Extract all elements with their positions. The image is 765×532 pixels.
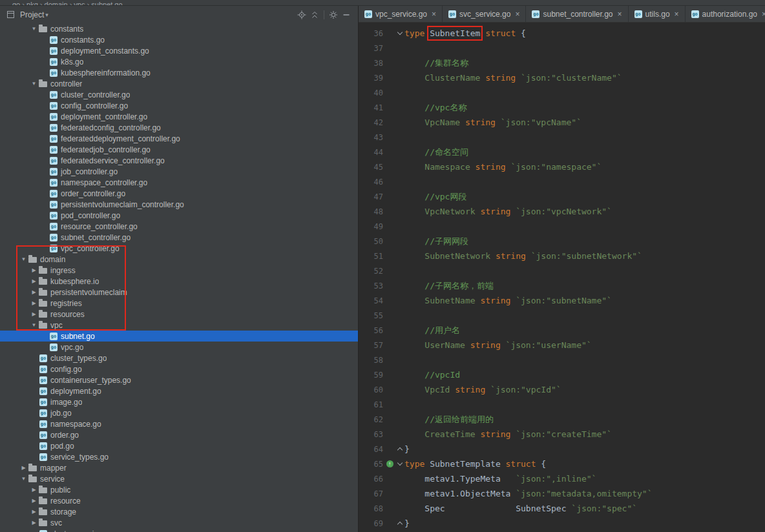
chevron-down-icon[interactable]: ▼: [30, 26, 38, 32]
code-line[interactable]: 51 SubnetNetwork string `json:"subnetNet…: [359, 249, 765, 263]
tab-vpc-service-go[interactable]: govpc_service.go×: [359, 6, 443, 22]
tree-item-job-controller-go[interactable]: gojob_controller.go: [0, 166, 358, 177]
tree-item-resource[interactable]: ▶resource: [0, 495, 358, 506]
tree-item-cluster-types-go[interactable]: gocluster_types.go: [0, 353, 358, 363]
code-line[interactable]: 39 ClusterName string `json:"clusterName…: [359, 70, 765, 85]
code-line[interactable]: 49: [359, 219, 765, 234]
code-line[interactable]: 40: [359, 85, 765, 100]
fold-close-icon[interactable]: [395, 520, 404, 526]
code-line[interactable]: 43: [359, 130, 765, 145]
code-line[interactable]: 54 SubnetName string `json:"subnetName"`: [359, 293, 765, 308]
code-line[interactable]: 56 //用户名: [359, 323, 765, 338]
fold-open-icon[interactable]: [395, 463, 404, 465]
tree-item-federatedconfig-controller-go[interactable]: gofederatedconfig_controller.go: [0, 122, 358, 133]
chevron-right-icon[interactable]: ▶: [30, 498, 38, 504]
tree-item-persistentvolumeclaim-controller-go[interactable]: gopersistentvolumeclaim_controller.go: [0, 199, 358, 210]
tree-item-deployment-go[interactable]: godeployment.go: [0, 385, 358, 396]
code-line[interactable]: 45 Namespace string `json:"namespace"`: [359, 159, 765, 174]
tree-item-cluster-controller-go[interactable]: gocluster_controller.go: [0, 89, 358, 100]
tree-item-order-go[interactable]: goorder.go: [0, 429, 358, 440]
tree-item-k8s-go[interactable]: gok8s.go: [0, 56, 358, 67]
code-line[interactable]: 65↑type SubnetTemplate struct {: [359, 456, 765, 471]
tree-item-domain[interactable]: ▼domain: [0, 254, 358, 265]
tree-item-image-go[interactable]: goimage.go: [0, 396, 358, 407]
tree-item-federatedservice-controller-go[interactable]: gofederatedservice_controller.go: [0, 155, 358, 166]
code-line[interactable]: 36type SubnetItem struct {: [359, 26, 765, 41]
tree-item-service[interactable]: ▼service: [0, 473, 358, 484]
code-line[interactable]: 67 metav1.ObjectMeta `json:"metadata,omi…: [359, 486, 765, 501]
chevron-down-icon[interactable]: ▼: [30, 322, 38, 328]
code-editor[interactable]: 36type SubnetItem struct {3738 //集群名称39 …: [359, 23, 765, 532]
tree-item-registries[interactable]: ▶registries: [0, 298, 358, 309]
tree-item-resources[interactable]: ▶resources: [0, 309, 358, 320]
code-line[interactable]: 48 VpcNetwork string `json:"vpcNetwork"`: [359, 204, 765, 219]
code-line[interactable]: 46: [359, 174, 765, 189]
chevron-right-icon[interactable]: ▶: [30, 311, 38, 317]
code-line[interactable]: 55: [359, 308, 765, 323]
code-line[interactable]: 69}: [359, 516, 765, 531]
chevron-right-icon[interactable]: ▶: [30, 509, 38, 515]
settings-gear-icon[interactable]: [327, 8, 340, 21]
tab-authorization-go[interactable]: goauthorization.go×: [686, 6, 765, 22]
tree-item-federatedjob-controller-go[interactable]: gofederatedjob_controller.go: [0, 144, 358, 155]
tree-item-ingress[interactable]: ▶ingress: [0, 265, 358, 276]
close-tab-icon[interactable]: ×: [762, 10, 765, 19]
tree-item-cluster-service-go[interactable]: gocluster_service.go: [0, 528, 358, 532]
code-line[interactable]: 37: [359, 41, 765, 56]
code-line[interactable]: 64}: [359, 442, 765, 456]
tree-item-persistentvolumeclaim[interactable]: ▶persistentvolumeclaim: [0, 287, 358, 298]
tree-item-namespace-controller-go[interactable]: gonamespace_controller.go: [0, 177, 358, 188]
chevron-right-icon[interactable]: ▶: [19, 465, 28, 471]
tree-item-vpc-controller-go[interactable]: govpc_controller.go: [0, 243, 358, 254]
tab-svc-service-go[interactable]: gosvc_service.go×: [443, 6, 526, 22]
code-line[interactable]: 42 VpcName string `json:"vpcName"`: [359, 115, 765, 130]
code-line[interactable]: 41 //vpc名称: [359, 100, 765, 115]
tree-item-vpc-go[interactable]: govpc.go: [0, 342, 358, 353]
code-line[interactable]: 44 //命名空间: [359, 145, 765, 159]
chevron-right-icon[interactable]: ▶: [30, 289, 38, 295]
overridden-marker-icon[interactable]: ↑: [384, 460, 395, 467]
tree-item-pod-controller-go[interactable]: gopod_controller.go: [0, 210, 358, 221]
chevron-right-icon[interactable]: ▶: [30, 267, 38, 273]
tree-item-containeruser-types-go[interactable]: gocontaineruser_types.go: [0, 374, 358, 385]
tree-item-order-controller-go[interactable]: goorder_controller.go: [0, 188, 358, 199]
code-line[interactable]: 52: [359, 263, 765, 278]
tree-item-service-types-go[interactable]: goservice_types.go: [0, 451, 358, 462]
code-line[interactable]: 53 //子网名称，前端: [359, 278, 765, 293]
code-line[interactable]: 60 VpcId string `json:"vpcId"`: [359, 382, 765, 397]
tree-item-subnet-go[interactable]: gosubnet.go: [0, 331, 358, 342]
code-line[interactable]: 62 //返回给前端用的: [359, 412, 765, 427]
chevron-right-icon[interactable]: ▶: [30, 278, 38, 284]
code-line[interactable]: 66 metav1.TypeMeta `json:",inline"`: [359, 471, 765, 486]
chevron-down-icon[interactable]: ▼: [19, 476, 28, 482]
project-panel-title[interactable]: Project: [20, 10, 44, 19]
tree-item-svc[interactable]: ▶svc: [0, 517, 358, 528]
code-line[interactable]: 50 //子网网段: [359, 234, 765, 249]
chevron-right-icon[interactable]: ▶: [30, 300, 38, 306]
close-tab-icon[interactable]: ×: [675, 10, 679, 19]
tree-item-public[interactable]: ▶public: [0, 484, 358, 495]
chevron-down-icon[interactable]: ▼: [30, 81, 38, 87]
code-line[interactable]: 57 UserName string `json:"userName"`: [359, 338, 765, 353]
tree-item-deployment-constants-go[interactable]: godeployment_constants.go: [0, 45, 358, 56]
code-line[interactable]: 68 Spec SubnetSpec `json:"spec"`: [359, 501, 765, 516]
fold-close-icon[interactable]: [395, 446, 404, 452]
code-line[interactable]: 47 //vpc网段: [359, 189, 765, 204]
tree-item-storage[interactable]: ▶storage: [0, 506, 358, 517]
code-line[interactable]: 63 CreateTime string `json:"createTime"`: [359, 427, 765, 442]
tree-item-mapper[interactable]: ▶mapper: [0, 462, 358, 473]
tree-item-controller[interactable]: ▼controller: [0, 78, 358, 89]
code-line[interactable]: 58: [359, 353, 765, 367]
tree-item-vpc[interactable]: ▼vpc: [0, 320, 358, 331]
tree-item-deployment-controller-go[interactable]: godeployment_controller.go: [0, 111, 358, 122]
close-tab-icon[interactable]: ×: [432, 10, 436, 19]
tree-item-config-go[interactable]: goconfig.go: [0, 363, 358, 374]
code-line[interactable]: 38 //集群名称: [359, 56, 765, 70]
close-tab-icon[interactable]: ×: [515, 10, 519, 19]
chevron-down-icon[interactable]: ▼: [19, 256, 28, 262]
chevron-right-icon[interactable]: ▶: [30, 520, 38, 526]
tree-item-pod-go[interactable]: gopod.go: [0, 440, 358, 451]
chevron-right-icon[interactable]: ▶: [30, 487, 38, 493]
tree-item-namespace-go[interactable]: gonamespace.go: [0, 418, 358, 429]
collapse-all-icon[interactable]: [308, 8, 321, 21]
